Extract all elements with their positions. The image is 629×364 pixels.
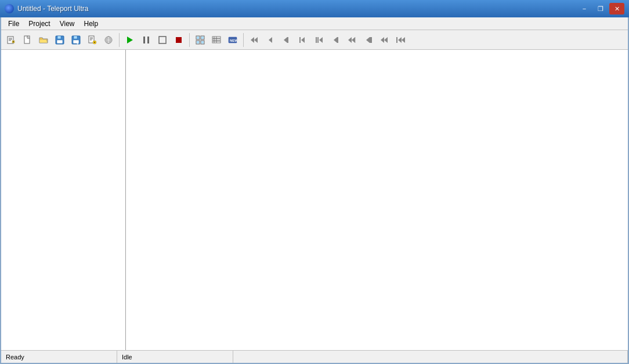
play-icon (125, 35, 135, 45)
nav3-button[interactable] (279, 32, 294, 48)
menu-project[interactable]: Project (24, 18, 55, 30)
status-idle: Idle (117, 351, 233, 363)
menu-view[interactable]: View (55, 18, 79, 30)
nav9-icon (379, 35, 389, 45)
svg-rect-37 (197, 37, 199, 39)
stop-icon (174, 35, 183, 45)
back-icon (266, 35, 275, 45)
menu-help[interactable]: Help (79, 18, 103, 30)
svg-marker-57 (319, 37, 323, 43)
nav8-button[interactable] (360, 32, 375, 48)
title-text: Untitled - Teleport Ultra (17, 5, 89, 13)
save-as-button[interactable]: + (68, 32, 84, 48)
svg-text:+: + (77, 42, 79, 45)
separator-1 (119, 33, 120, 47)
svg-marker-66 (381, 37, 384, 43)
svg-marker-69 (398, 37, 402, 43)
svg-rect-13 (74, 36, 77, 39)
stop-square-button[interactable] (155, 32, 170, 48)
nav5-icon (314, 35, 324, 45)
status-ready: Ready (1, 351, 117, 363)
svg-rect-11 (57, 40, 63, 43)
title-bar: Untitled - Teleport Ultra − ❐ ✕ (0, 0, 629, 17)
main-window: File Project View Help (0, 17, 629, 364)
content-area (1, 50, 628, 350)
list-view-button[interactable] (209, 32, 224, 48)
svg-rect-10 (57, 36, 61, 39)
new-button[interactable] (20, 32, 35, 48)
properties-icon (88, 35, 97, 45)
nav7-icon (347, 35, 356, 45)
menu-file[interactable]: File (3, 18, 24, 30)
browse-button[interactable] (101, 32, 116, 48)
svg-rect-30 (147, 37, 149, 43)
new-badge-icon: NEW (228, 35, 237, 45)
grid-view-button[interactable] (193, 32, 208, 48)
list-view-icon (212, 35, 221, 45)
nav10-button[interactable] (393, 32, 408, 48)
new-icon (23, 35, 32, 45)
nav10-icon (396, 35, 405, 45)
nav4-button[interactable] (295, 32, 310, 48)
nav3-icon (282, 35, 291, 45)
svg-rect-40 (201, 41, 204, 43)
pause-icon (142, 35, 151, 45)
separator-2 (189, 33, 190, 47)
pause-button[interactable] (139, 32, 154, 48)
svg-marker-49 (251, 37, 254, 43)
save-button[interactable] (52, 32, 67, 48)
status-bar: Ready Idle (1, 350, 628, 363)
new-badge-button[interactable]: NEW (225, 32, 240, 48)
nav8-icon (363, 35, 373, 45)
stop-button[interactable] (171, 32, 186, 48)
close-button[interactable]: ✕ (609, 3, 624, 14)
app-icon (5, 4, 14, 13)
svg-marker-63 (366, 37, 370, 43)
grid-view-icon (196, 35, 205, 45)
new-properties-button[interactable] (3, 32, 19, 48)
nav6-icon (331, 35, 340, 45)
svg-rect-31 (159, 37, 166, 43)
svg-text:NEW: NEW (230, 39, 237, 42)
play-button[interactable] (122, 32, 138, 48)
content-panel (126, 50, 628, 350)
svg-marker-54 (301, 37, 305, 43)
svg-marker-61 (352, 37, 355, 43)
nav5-button[interactable] (312, 32, 327, 48)
svg-marker-58 (334, 37, 337, 43)
separator-3 (243, 33, 244, 47)
nav6-button[interactable] (328, 32, 343, 48)
nav7-button[interactable] (344, 32, 359, 48)
open-icon (39, 35, 48, 45)
status-fill (233, 351, 628, 363)
minimize-button[interactable]: − (577, 3, 592, 14)
svg-marker-50 (269, 37, 272, 43)
svg-marker-70 (402, 37, 405, 43)
back-all-button[interactable] (247, 32, 262, 48)
back-all-icon (250, 35, 259, 45)
save-as-icon: + (71, 35, 81, 45)
menu-bar: File Project View Help (1, 17, 628, 30)
stop-square-icon (158, 35, 167, 45)
tree-panel (1, 50, 126, 350)
browse-icon (104, 35, 113, 45)
svg-marker-67 (384, 37, 388, 43)
svg-marker-60 (348, 37, 352, 43)
svg-marker-48 (254, 37, 258, 43)
new-properties-icon (6, 35, 16, 45)
toolbar: + (1, 30, 628, 50)
back-button[interactable] (263, 32, 278, 48)
svg-rect-39 (197, 41, 199, 43)
svg-rect-29 (143, 37, 145, 43)
nav9-button[interactable] (377, 32, 392, 48)
properties-button[interactable] (85, 32, 100, 48)
svg-marker-51 (284, 37, 287, 43)
save-icon (55, 35, 64, 45)
svg-rect-38 (201, 37, 204, 39)
open-button[interactable] (36, 32, 51, 48)
svg-marker-28 (127, 37, 133, 43)
title-left: Untitled - Teleport Ultra (5, 4, 89, 13)
restore-button[interactable]: ❐ (593, 3, 608, 14)
svg-rect-32 (176, 37, 182, 43)
window-controls: − ❐ ✕ (577, 3, 624, 14)
